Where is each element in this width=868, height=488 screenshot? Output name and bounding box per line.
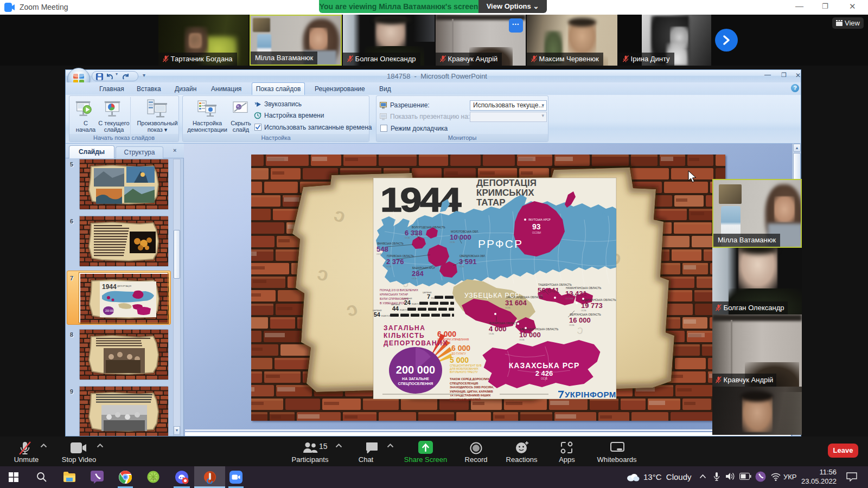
svg-text:200 000: 200 000 <box>105 310 114 312</box>
svg-text:ВУГІЛЬНОГО ТРЕСТУ: ВУГІЛЬНОГО ТРЕСТУ <box>450 370 478 374</box>
svg-text:ДО ГУЛАГУ: ДО ГУЛАГУ <box>451 352 467 355</box>
svg-text:КРИМСЬКИХ ТАТАР: КРИМСЬКИХ ТАТАР <box>380 293 409 296</box>
svg-text:54: 54 <box>374 311 381 318</box>
svg-text:ОСІБ: ОСІБ <box>489 332 494 335</box>
svg-text:1944: 1944 <box>102 283 117 291</box>
svg-text:ОСОБИ: ОСОБИ <box>532 232 541 234</box>
svg-text:4 000: 4 000 <box>489 325 507 333</box>
svg-text:ЗНАХОДИЛОСЬ 3083 РОСІЯН,: ЗНАХОДИЛОСЬ 3083 РОСІЯН, <box>450 386 494 389</box>
svg-text:КРИМСЬКИХ: КРИМСЬКИХ <box>476 188 534 198</box>
svg-text:РЕЗЕРВІВ: РЕЗЕРВІВ <box>437 341 451 344</box>
svg-text:БУЛИ СПРЯМОВАНІ: БУЛИ СПРЯМОВАНІ <box>380 297 409 300</box>
svg-text:19 773: 19 773 <box>581 301 603 310</box>
svg-text:ПОНАД 2/3 ІЗ ВИСЕЛЕНИХ: ПОНАД 2/3 ІЗ ВИСЕЛЕНИХ <box>380 288 418 292</box>
svg-text:548: 548 <box>376 245 388 253</box>
svg-text:КАЗАХСЬКА РСР: КАЗАХСЬКА РСР <box>509 361 580 370</box>
svg-text:УКРАЇНЦІВ, ЦИГАН, КАРАЇМІВ: УКРАЇНЦІВ, ЦИГАН, КАРАЇМІВ <box>450 390 493 393</box>
svg-text:1944: 1944 <box>380 181 462 219</box>
svg-text:6 000: 6 000 <box>437 330 456 338</box>
svg-text:ОСІБ: ОСІБ <box>541 377 548 380</box>
svg-text:ОСІБ: ОСІБ <box>519 338 525 341</box>
svg-text:НА ЗАГАЛЬНЕ: НА ЗАГАЛЬНЕ <box>402 377 429 381</box>
svg-text:10 000: 10 000 <box>450 233 471 241</box>
svg-text:ЧЕРВНЯ: ЧЕРВНЯ <box>373 309 382 312</box>
svg-text:В УЗБЕЦЬКУ РСР: В УЗБЕЦЬКУ РСР <box>380 301 405 305</box>
svg-text:ОСІБ: ОСІБ <box>412 277 417 280</box>
svg-text:ЯКУТСЬКА АРСР: ЯКУТСЬКА АРСР <box>528 218 551 221</box>
svg-text:56 641: 56 641 <box>538 286 559 294</box>
svg-text:44: 44 <box>392 305 399 312</box>
svg-text:ОСІБ: ОСІБ <box>450 241 455 243</box>
svg-text:10 000: 10 000 <box>519 331 541 339</box>
svg-text:2 426: 2 426 <box>535 369 553 377</box>
svg-text:ЗАГАЛЬНА: ЗАГАЛЬНА <box>384 324 425 332</box>
svg-text:УКРІНФОРМ: УКРІНФОРМ <box>565 390 616 399</box>
svg-text:РРФСР: РРФСР <box>478 237 523 250</box>
svg-text:ТАКОЖ СЕРЕД ДОРОСЛИХ: ТАКОЖ СЕРЕД ДОРОСЛИХ <box>450 377 489 381</box>
svg-text:ОСІБ: ОСІБ <box>405 236 410 239</box>
svg-text:284: 284 <box>412 269 424 278</box>
svg-text:УЗБЕЦЬКА РСР: УЗБЕЦЬКА РСР <box>464 292 520 299</box>
svg-text:СПЕЦПОСЕЛЕННЯ: СПЕЦПОСЕЛЕННЯ <box>398 382 433 386</box>
svg-text:ОСІБ: ОСІБ <box>376 253 382 255</box>
svg-text:13 431: 13 431 <box>565 290 587 298</box>
svg-text:16 000: 16 000 <box>569 316 591 324</box>
svg-text:7: 7 <box>427 293 430 300</box>
svg-text:ОСІБ: ОСІБ <box>505 306 510 309</box>
svg-text:31 604: 31 604 <box>505 299 527 307</box>
svg-text:ОСІБ: ОСІБ <box>581 309 586 312</box>
svg-text:200 000: 200 000 <box>396 364 435 376</box>
svg-text:ОСІБ: ОСІБ <box>386 265 392 268</box>
svg-text:93: 93 <box>532 222 541 231</box>
svg-text:5 000: 5 000 <box>450 356 469 364</box>
svg-text:ДЕПОРТАЦІЯ: ДЕПОРТАЦІЯ <box>476 178 537 188</box>
svg-text:КІЛЬКІСТЬ: КІЛЬКІСТЬ <box>384 332 425 339</box>
svg-text:ОСІБ: ОСІБ <box>569 324 575 326</box>
svg-text:2 376: 2 376 <box>386 258 404 266</box>
svg-text:6 338: 6 338 <box>405 229 423 237</box>
svg-text:СПЕЦПОСЕЛЕНЦІВ: СПЕЦПОСЕЛЕНЦІВ <box>450 382 478 385</box>
svg-text:6 000: 6 000 <box>451 344 470 352</box>
svg-text:ЧЕРВНЯ: ЧЕРВНЯ <box>423 291 432 294</box>
svg-text:НАЦІОНАЛЬНОСТЕЙ: НАЦІОНАЛЬНОСТЕЙ <box>450 397 481 401</box>
svg-text:ОСОБА: ОСОБА <box>565 297 573 300</box>
svg-text:ДЕПОРТАЦІЯ: ДЕПОРТАЦІЯ <box>117 285 131 287</box>
svg-text:ОСІБ: ОСІБ <box>459 265 464 268</box>
svg-text:ТАТАР: ТАТАР <box>476 197 506 208</box>
